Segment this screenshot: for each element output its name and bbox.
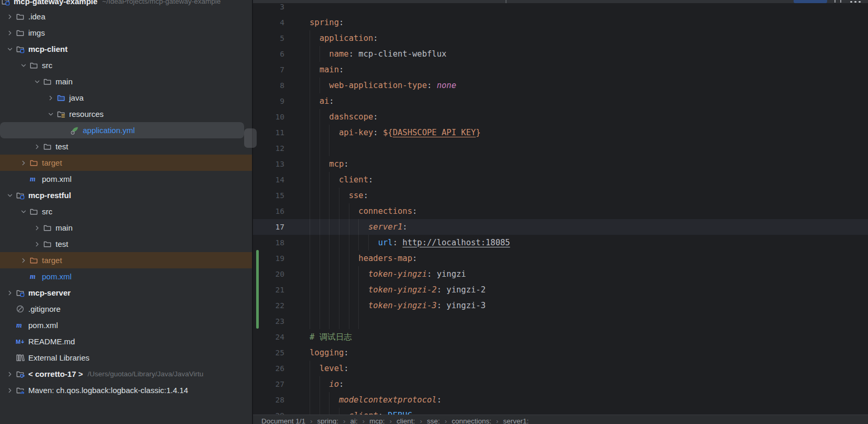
run-widget[interactable] [794, 0, 827, 3]
tree-item-test[interactable]: test [0, 236, 252, 252]
line-number: 25 [253, 345, 284, 361]
tree-item-.idea[interactable]: .idea [0, 8, 252, 25]
code-line-23[interactable]: 23 [253, 313, 868, 329]
breadcrumb-item[interactable]: server1: [503, 417, 529, 424]
code-line-11[interactable]: 11 api-key: ${DASHSCOPE_API_KEY} [253, 125, 868, 140]
code-line-18[interactable]: 18 url: http://localhost:18085 [253, 235, 868, 251]
tree-item-maven-ch.qos.logback-logback-classic-1.4.14[interactable]: Maven: ch.qos.logback:logback-classic:1.… [0, 382, 252, 398]
code-text: api-key: ${DASHSCOPE_API_KEY} [310, 125, 481, 140]
tree-item-corretto-17[interactable]: < corretto-17 >/Users/guotao/Library/Jav… [0, 366, 252, 382]
chevron-down-icon[interactable] [31, 78, 43, 85]
code-line-14[interactable]: 14 client: [253, 172, 868, 188]
tree-item-main[interactable]: main [0, 73, 252, 90]
chevron-right-icon[interactable] [31, 224, 43, 232]
tree-item-pom.xml[interactable]: mpom.xml [0, 171, 252, 187]
code-line-24[interactable]: 24# 调试日志 [253, 329, 868, 345]
code-line-22[interactable]: 22 token-yingzi-3: yingzi-3 [253, 298, 868, 313]
tree-item-main[interactable]: main [0, 220, 252, 236]
code-line-5[interactable]: 5 application: [253, 30, 868, 46]
tree-item-target[interactable]: target [0, 155, 252, 171]
root-module-name: mcp-gateway-example [14, 0, 97, 6]
code-line-6[interactable]: 6 name: mcp-client-webflux [253, 46, 868, 62]
chevron-right-icon[interactable] [18, 159, 29, 167]
chevron-right-icon[interactable] [18, 257, 29, 264]
more-dots-icon[interactable] [850, 1, 852, 3]
editor-area[interactable]: 34spring:5 application:6 name: mcp-clien… [253, 0, 868, 424]
folder-java-icon [57, 93, 65, 102]
code-line-26[interactable]: 26 level: [253, 361, 868, 376]
tree-item-external-libraries[interactable]: External Libraries [0, 350, 252, 366]
code-text: headers-map: [310, 251, 417, 266]
breadcrumb-item[interactable]: mcp: [369, 417, 384, 424]
chevron-down-icon[interactable] [18, 62, 29, 69]
code-line-15[interactable]: 15 sse: [253, 188, 868, 203]
code-text: server1: [310, 219, 408, 235]
code-line-8[interactable]: 8 web-application-type: none [253, 78, 868, 93]
folder-excluded-icon [29, 158, 38, 167]
tree-item-src[interactable]: src [0, 203, 252, 220]
tree-item-resources[interactable]: resources [0, 106, 252, 122]
code-line-20[interactable]: 20 token-yingzi: yingzi [253, 266, 868, 282]
code-line-25[interactable]: 25logging: [253, 345, 868, 361]
chevron-right-icon[interactable] [4, 371, 16, 378]
code-text: level: [310, 361, 349, 376]
tree-item-readme.md[interactable]: MREADME.md [0, 333, 252, 350]
tree-item-pom.xml[interactable]: mpom.xml [0, 268, 252, 285]
chevron-down-icon[interactable] [18, 208, 29, 215]
chevron-right-icon[interactable] [45, 94, 57, 102]
code-line-16[interactable]: 16 connections: [253, 203, 868, 219]
tree-item-mcp-server[interactable]: mcp-server [0, 285, 252, 301]
chevron-down-icon[interactable] [45, 111, 57, 118]
code-line-19[interactable]: 19 headers-map: [253, 251, 868, 266]
chevron-down-icon[interactable] [4, 46, 16, 53]
tree-item-label: pom.xml [42, 175, 72, 183]
code-line-27[interactable]: 27 io: [253, 376, 868, 392]
breadcrumb-item[interactable]: Document 1/1 [261, 417, 305, 424]
tree-item-label: application.yml [83, 126, 135, 135]
tree-item-target[interactable]: target [0, 252, 252, 268]
chevron-right-icon[interactable] [31, 241, 43, 248]
code-line-12[interactable]: 12 [253, 140, 868, 156]
code-text: sse: [310, 188, 368, 203]
code-line-10[interactable]: 10 dashscope: [253, 109, 868, 125]
line-number: 11 [253, 125, 284, 140]
tree-item-pom.xml[interactable]: mpom.xml [0, 317, 252, 333]
tree-item-label: mcp-restful [28, 191, 71, 200]
chevron-right-icon[interactable] [4, 289, 16, 297]
tree-item-application.yml[interactable]: application.yml [0, 122, 244, 138]
tree-item-java[interactable]: java [0, 90, 252, 106]
code-text: token-yingzi: yingzi [310, 266, 466, 282]
code-area[interactable]: 34spring:5 application:6 name: mcp-clien… [253, 0, 868, 423]
chevron-right-icon[interactable] [4, 13, 16, 20]
code-line-4[interactable]: 4spring: [253, 15, 868, 30]
chevron-down-icon[interactable] [4, 192, 16, 199]
project-scrollbar-thumb[interactable] [244, 128, 257, 148]
folder-icon [29, 207, 38, 216]
chevron-right-icon[interactable] [4, 387, 16, 394]
tree-item-test[interactable]: test [0, 138, 252, 155]
tree-item-mcp-client[interactable]: mcp-client [0, 41, 252, 57]
tree-item-imgs[interactable]: imgs [0, 25, 252, 41]
breadcrumb-item[interactable]: connections: [452, 417, 491, 424]
code-line-17[interactable]: 17 server1: [253, 219, 868, 235]
code-line-21[interactable]: 21 token-yingzi-2: yingzi-2 [253, 282, 868, 298]
tree-item-mcp-restful[interactable]: mcp-restful [0, 187, 252, 203]
code-line-7[interactable]: 7 main: [253, 62, 868, 78]
code-text: mcp: [310, 156, 349, 172]
toolbar-tick-icon [840, 0, 841, 3]
code-line-13[interactable]: 13 mcp: [253, 156, 868, 172]
breadcrumb-separator: › [343, 417, 346, 424]
code-line-28[interactable]: 28 modelcontextprotocol: [253, 392, 868, 408]
tree-item-src[interactable]: src [0, 57, 252, 73]
breadcrumb-item[interactable]: ai: [350, 417, 358, 424]
line-number: 8 [253, 78, 284, 93]
breadcrumb-item[interactable]: spring: [317, 417, 339, 424]
chevron-right-icon[interactable] [31, 143, 43, 150]
chevron-right-icon[interactable] [4, 29, 16, 37]
tree-item-.gitignore[interactable]: .gitignore [0, 301, 252, 317]
code-line-9[interactable]: 9 ai: [253, 93, 868, 109]
breadcrumb-item[interactable]: sse: [427, 417, 440, 424]
indent-guide [320, 313, 320, 329]
line-number: 26 [253, 361, 284, 376]
breadcrumb-item[interactable]: client: [397, 417, 415, 424]
